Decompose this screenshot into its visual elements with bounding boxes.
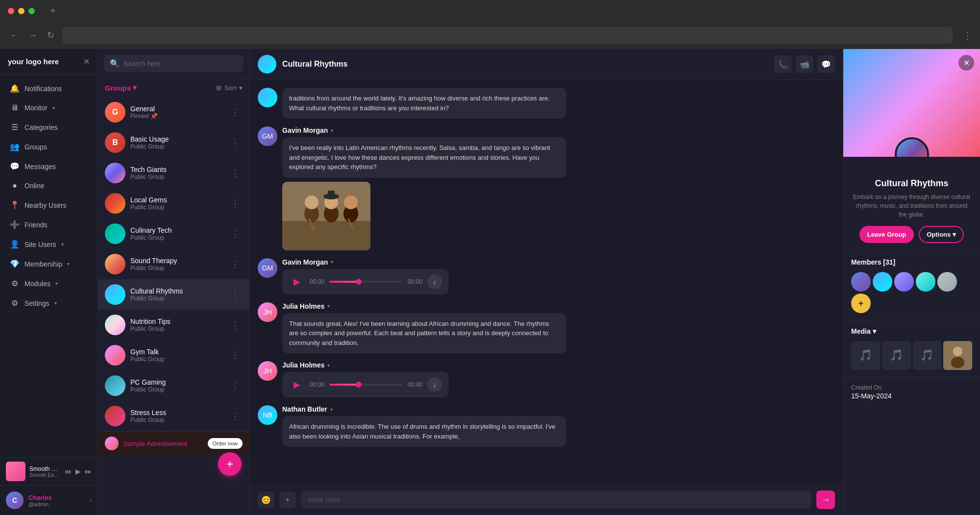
play-audio-button-2[interactable]: ▶ bbox=[289, 377, 305, 392]
refresh-button[interactable]: ↻ bbox=[45, 28, 56, 43]
group-menu-button[interactable]: ⋮ bbox=[228, 379, 243, 392]
message-image[interactable]: ↓ bbox=[282, 182, 370, 250]
sidebar-item-nearby-users[interactable]: 📍 Nearby Users bbox=[2, 196, 96, 215]
rp-group-name: Cultural Rhythms bbox=[851, 178, 972, 189]
sidebar-item-categories[interactable]: ☰ Categories bbox=[2, 118, 96, 137]
audio-progress-bar[interactable] bbox=[329, 281, 403, 283]
sender-chevron-icon[interactable]: ▾ bbox=[331, 259, 333, 265]
media-thumb-3[interactable]: 🎵 bbox=[913, 341, 942, 370]
member-avatar-more[interactable]: + bbox=[851, 294, 871, 313]
media-thumb-4[interactable] bbox=[943, 341, 972, 370]
chevron-icon: ▾ bbox=[61, 242, 64, 247]
sidebar-item-membership[interactable]: 💎 Membership ▾ bbox=[2, 254, 96, 273]
group-info: Cultural Rhythms Public Group bbox=[130, 287, 223, 302]
group-name: Culinary Tech bbox=[130, 226, 223, 234]
sidebar-item-settings[interactable]: ⚙ Settings ▾ bbox=[2, 294, 96, 313]
sidebar-item-site-users[interactable]: 👤 Site Users ▾ bbox=[2, 235, 96, 254]
chat-panel: Cultural Rhythms 📞 📹 💬 traditions from a… bbox=[250, 49, 843, 515]
group-item-nutrition-tips[interactable]: Nutrition Tips Public Group ⋮ bbox=[98, 310, 249, 340]
group-item-stress-less[interactable]: Stress Less Public Group ⋮ bbox=[98, 401, 249, 431]
group-type: Public Group bbox=[130, 143, 223, 150]
voice-call-button[interactable]: 📞 bbox=[774, 55, 792, 73]
group-item-local-gems[interactable]: Local Gems Public Group ⋮ bbox=[98, 188, 249, 219]
ad-order-button[interactable]: Order now bbox=[208, 438, 243, 449]
sidebar-item-messages[interactable]: 💬 Messages bbox=[2, 157, 96, 176]
sidebar-item-friends[interactable]: ➕ Friends bbox=[2, 215, 96, 234]
group-menu-button[interactable]: ⋮ bbox=[228, 410, 243, 422]
group-menu-button[interactable]: ⋮ bbox=[228, 349, 243, 362]
groups-title[interactable]: Groups ▾ bbox=[105, 83, 137, 92]
search-input[interactable] bbox=[123, 60, 238, 68]
groups-sort[interactable]: ⊞ Sort ▾ bbox=[216, 84, 243, 92]
group-menu-button[interactable]: ⋮ bbox=[228, 319, 243, 331]
sender-chevron-icon[interactable]: ▾ bbox=[327, 303, 330, 309]
members-title[interactable]: Members [31] bbox=[851, 258, 972, 266]
attach-button[interactable]: + bbox=[279, 491, 296, 508]
prev-button[interactable]: ⏮ bbox=[65, 467, 72, 475]
group-menu-button[interactable]: ⋮ bbox=[228, 197, 243, 210]
dot-green[interactable] bbox=[28, 8, 35, 14]
audio-progress-bar-2[interactable] bbox=[329, 384, 403, 386]
next-button[interactable]: ⏭ bbox=[85, 467, 92, 475]
search-icon: 🔍 bbox=[110, 59, 120, 68]
group-name: Gym Talk bbox=[130, 348, 223, 356]
media-title[interactable]: Media ▾ bbox=[851, 327, 972, 335]
members-avatars: + bbox=[851, 272, 972, 313]
group-menu-button[interactable]: ⋮ bbox=[228, 136, 243, 149]
sidebar-item-modules[interactable]: ⚙ Modules ▾ bbox=[2, 274, 96, 293]
new-tab-button[interactable]: + bbox=[50, 6, 56, 16]
browser-menu-button[interactable]: ⋮ bbox=[962, 29, 972, 41]
group-menu-button[interactable]: ⋮ bbox=[228, 167, 243, 179]
sidebar-item-monitor[interactable]: 🖥 Monitor ▾ bbox=[2, 98, 96, 117]
send-button[interactable]: → bbox=[816, 490, 835, 509]
image-inner: ↓ bbox=[282, 182, 370, 250]
group-item-gym-talk[interactable]: Gym Talk Public Group ⋮ bbox=[98, 340, 249, 370]
options-button[interactable]: Options ▾ bbox=[919, 226, 964, 243]
group-item-cultural-rhythms[interactable]: Cultural Rhythms Public Group ⋮ bbox=[98, 279, 249, 310]
group-avatar-general: G bbox=[105, 102, 125, 123]
fab-button[interactable]: + bbox=[218, 452, 242, 476]
sender-chevron-icon[interactable]: ▾ bbox=[331, 128, 333, 133]
leave-group-button[interactable]: Leave Group bbox=[859, 226, 914, 243]
sidebar-item-groups[interactable]: 👥 Groups bbox=[2, 137, 96, 156]
user-area[interactable]: C Charles @admin › bbox=[6, 491, 92, 509]
modules-icon: ⚙ bbox=[10, 279, 20, 288]
group-item-pc-gaming[interactable]: PC Gaming Public Group ⋮ bbox=[98, 370, 249, 401]
emoji-button[interactable]: 😊 bbox=[258, 491, 274, 508]
video-call-button[interactable]: 📹 bbox=[796, 55, 813, 73]
dot-yellow[interactable] bbox=[18, 8, 24, 14]
chat-info-button[interactable]: 💬 bbox=[817, 55, 835, 73]
group-item-tech-giants[interactable]: Tech Giants Public Group ⋮ bbox=[98, 158, 249, 188]
logo-close-button[interactable]: ✕ bbox=[83, 57, 90, 66]
forward-button[interactable]: → bbox=[26, 28, 39, 43]
group-type: Public Group bbox=[130, 295, 223, 302]
back-button[interactable]: ← bbox=[8, 28, 21, 43]
group-menu-button[interactable]: ⋮ bbox=[228, 227, 243, 240]
sidebar-item-label: Groups bbox=[24, 143, 47, 151]
group-info: Nutrition Tips Public Group bbox=[130, 318, 223, 332]
play-button[interactable]: ▶ bbox=[75, 467, 81, 475]
music-controls: ⏮ ▶ ⏭ bbox=[65, 467, 92, 475]
audio-download-button[interactable]: ↓ bbox=[427, 274, 442, 289]
group-menu-button[interactable]: ⋮ bbox=[228, 106, 243, 119]
group-item-basic-usage[interactable]: B Basic Usage Public Group ⋮ bbox=[98, 127, 249, 158]
dot-red[interactable] bbox=[8, 8, 14, 14]
group-item-sound-therapy[interactable]: Sound Therapy Public Group ⋮ bbox=[98, 249, 249, 279]
group-type: Public Group bbox=[130, 173, 223, 180]
audio-download-button-2[interactable]: ↓ bbox=[427, 377, 442, 392]
sidebar-item-online[interactable]: ● Online bbox=[2, 176, 96, 195]
close-panel-button[interactable]: ✕ bbox=[958, 55, 974, 71]
group-item-general[interactable]: G General Pinned 📌 ⋮ bbox=[98, 97, 249, 127]
group-item-culinary-tech[interactable]: Culinary Tech Public Group ⋮ bbox=[98, 219, 249, 249]
chat-text-input[interactable] bbox=[301, 491, 811, 509]
media-thumb-2[interactable]: 🎵 bbox=[882, 341, 911, 370]
audio-time-end: 00:00 bbox=[408, 381, 422, 388]
sender-chevron-icon[interactable]: ▾ bbox=[330, 407, 333, 412]
group-menu-button[interactable]: ⋮ bbox=[228, 288, 243, 301]
sender-chevron-icon[interactable]: ▾ bbox=[327, 363, 330, 368]
group-menu-button[interactable]: ⋮ bbox=[228, 258, 243, 270]
sidebar-item-notifications[interactable]: 🔔 Notifications bbox=[2, 79, 96, 98]
media-thumb-1[interactable]: 🎵 bbox=[851, 341, 880, 370]
url-bar[interactable] bbox=[62, 27, 953, 44]
play-audio-button[interactable]: ▶ bbox=[289, 274, 305, 290]
